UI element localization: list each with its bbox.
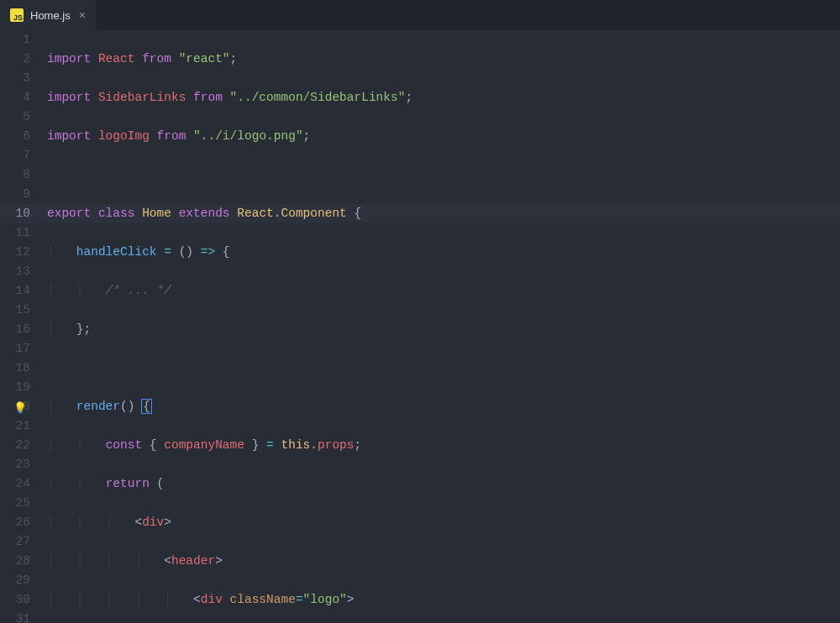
editor-tabbar: JS Home.js × bbox=[0, 0, 840, 30]
line-number: 3 bbox=[0, 69, 30, 88]
code-line: │ │ │ │ │ <div className="logo"> bbox=[47, 590, 840, 610]
line-number: 1 bbox=[0, 30, 30, 50]
line-number: 11 bbox=[0, 223, 30, 243]
code-line bbox=[47, 359, 840, 378]
code-area[interactable]: import React from "react"; import Sideba… bbox=[47, 30, 840, 623]
code-line: │ │ │ <div> bbox=[47, 513, 840, 532]
code-line bbox=[47, 165, 840, 185]
code-line: │ handleClick = () => { bbox=[47, 243, 840, 262]
code-line: │ │ │ │ <header> bbox=[47, 552, 840, 571]
line-number: 7 bbox=[0, 146, 30, 165]
code-line: │ }; bbox=[47, 320, 840, 339]
code-line: │ │ /* ... */ bbox=[47, 281, 840, 301]
line-number: 12 bbox=[0, 243, 30, 262]
line-number: 16 bbox=[0, 320, 30, 339]
line-number: 5 bbox=[0, 107, 30, 127]
line-number: 23 bbox=[0, 455, 30, 474]
line-number: 2 bbox=[0, 50, 30, 69]
tab-filename: Home.js bbox=[30, 9, 71, 22]
code-line: import React from "react"; bbox=[47, 50, 840, 69]
line-number: 25 bbox=[0, 494, 30, 513]
code-line: 💡│ render() { bbox=[47, 397, 840, 416]
line-number: 29 bbox=[0, 571, 30, 590]
code-line: export class Home extends React.Componen… bbox=[47, 204, 840, 223]
line-number-gutter: 1 2 3 4 5 6 7 8 9 10 11 12 13 14 15 16 1… bbox=[0, 30, 47, 623]
line-number: 22 bbox=[0, 436, 30, 455]
line-number: 13 bbox=[0, 262, 30, 281]
line-number: 10 bbox=[0, 204, 30, 223]
line-number: 27 bbox=[0, 532, 30, 552]
line-number: 24 bbox=[0, 474, 30, 494]
line-number: 14 bbox=[0, 281, 30, 301]
code-line: import SidebarLinks from "../common/Side… bbox=[47, 88, 840, 107]
line-number: 31 bbox=[0, 610, 30, 623]
lightbulb-icon[interactable]: 💡 bbox=[13, 399, 27, 418]
tab-home-js[interactable]: JS Home.js × bbox=[0, 0, 96, 30]
line-number: 17 bbox=[0, 339, 30, 359]
line-number: 18 bbox=[0, 359, 30, 378]
line-number: 26 bbox=[0, 513, 30, 532]
line-number: 19 bbox=[0, 378, 30, 397]
code-line: │ │ return ( bbox=[47, 474, 840, 494]
line-number: 21 bbox=[0, 416, 30, 436]
line-number: 30 bbox=[0, 590, 30, 610]
line-number: 15 bbox=[0, 301, 30, 320]
line-number: 6 bbox=[0, 127, 30, 146]
line-number: 8 bbox=[0, 165, 30, 185]
code-line: import logoImg from "../i/logo.png"; bbox=[47, 127, 840, 146]
line-number: 4 bbox=[0, 88, 30, 107]
code-line: │ │ const { companyName } = this.props; bbox=[47, 436, 840, 455]
line-number: 9 bbox=[0, 185, 30, 204]
code-editor[interactable]: 1 2 3 4 5 6 7 8 9 10 11 12 13 14 15 16 1… bbox=[0, 30, 840, 623]
javascript-file-icon: JS bbox=[10, 8, 24, 22]
close-icon[interactable]: × bbox=[77, 8, 87, 23]
line-number: 28 bbox=[0, 552, 30, 571]
